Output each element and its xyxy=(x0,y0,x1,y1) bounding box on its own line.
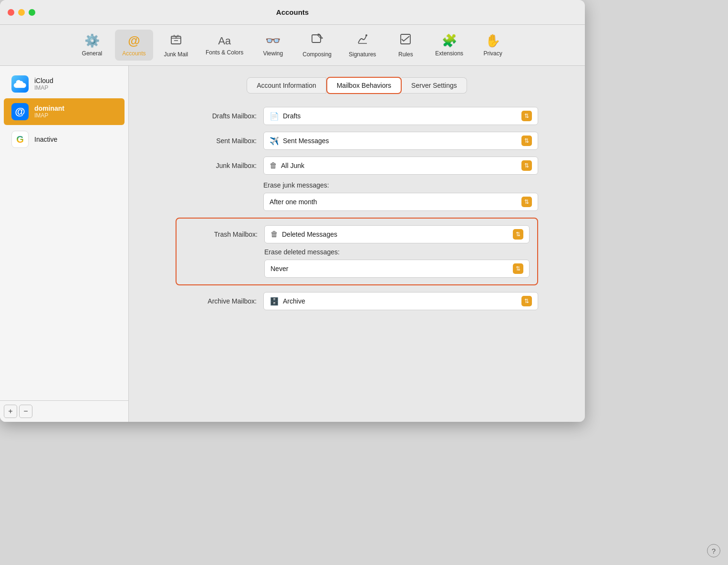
dominant-avatar: @ xyxy=(11,103,29,120)
toolbar-composing[interactable]: Composing xyxy=(296,29,338,62)
tab-server-settings[interactable]: Server Settings xyxy=(402,77,467,94)
erase-junk-control: After one month ⇅ xyxy=(176,193,538,211)
toolbar-signatures[interactable]: Signatures xyxy=(342,29,383,62)
drafts-label: Drafts Mailbox: xyxy=(176,112,257,120)
sent-control: ✈️ Sent Messages ⇅ xyxy=(263,132,538,150)
window-title: Accounts xyxy=(276,8,309,16)
tab-mailbox-behaviors[interactable]: Mailbox Behaviors xyxy=(326,77,402,94)
drafts-select[interactable]: 📄 Drafts ⇅ xyxy=(263,107,538,125)
trash-row: Trash Mailbox: 🗑 Deleted Messages ⇅ xyxy=(177,225,530,243)
sidebar-item-dominant[interactable]: @ dominant IMAP xyxy=(4,98,125,125)
mailbox-behaviors-form: Drafts Mailbox: 📄 Drafts ⇅ Sent Mailbox: xyxy=(176,107,538,310)
rules-icon xyxy=(399,32,412,49)
erase-deleted-label: Erase deleted messages: xyxy=(177,248,530,256)
erase-deleted-value: Never xyxy=(270,265,288,272)
add-account-button[interactable]: + xyxy=(4,405,17,418)
trash-arrow: ⇅ xyxy=(513,229,523,240)
accounts-icon: @ xyxy=(128,33,140,48)
toolbar-accounts[interactable]: @ Accounts xyxy=(115,30,153,61)
archive-select[interactable]: 🗄️ Archive ⇅ xyxy=(263,292,538,310)
titlebar: Accounts xyxy=(0,0,585,25)
tab-account-information[interactable]: Account Information xyxy=(247,77,326,94)
svg-point-9 xyxy=(365,34,367,36)
tab-bar: Account Information Mailbox Behaviors Se… xyxy=(144,77,570,94)
sidebar-footer: + − xyxy=(0,400,128,422)
archive-icon: 🗄️ xyxy=(270,297,279,306)
erase-deleted-arrow: ⇅ xyxy=(513,263,523,274)
junk-icon: 🗑 xyxy=(270,161,277,170)
toolbar-rules[interactable]: Rules xyxy=(386,29,425,62)
toolbar: ⚙️ General @ Accounts ✕ Junk Mail Aa Fon… xyxy=(0,25,585,66)
junk-label: Junk Mailbox: xyxy=(176,162,257,169)
erase-junk-select[interactable]: After one month ⇅ xyxy=(263,193,538,211)
main-content: iCloud IMAP @ dominant IMAP G Inactive xyxy=(0,66,585,422)
sent-icon: ✈️ xyxy=(270,136,279,146)
fonts-colors-label: Fonts & Colors xyxy=(206,49,243,56)
sidebar: iCloud IMAP @ dominant IMAP G Inactive xyxy=(0,66,129,422)
content-area: Account Information Mailbox Behaviors Se… xyxy=(129,66,585,422)
remove-account-button[interactable]: − xyxy=(19,405,32,418)
composing-label: Composing xyxy=(302,51,332,58)
drafts-control: 📄 Drafts ⇅ xyxy=(263,107,538,125)
erase-junk-label: Erase junk messages: xyxy=(176,181,538,189)
sent-row: Sent Mailbox: ✈️ Sent Messages ⇅ xyxy=(176,132,538,150)
signatures-icon xyxy=(356,32,369,49)
toolbar-general[interactable]: ⚙️ General xyxy=(73,30,111,61)
toolbar-viewing[interactable]: 👓 Viewing xyxy=(254,30,292,61)
window-controls xyxy=(8,9,35,16)
sent-value: Sent Messages xyxy=(283,137,329,145)
privacy-icon: ✋ xyxy=(485,33,500,48)
drafts-value: Drafts xyxy=(283,112,301,120)
archive-label: Archive Mailbox: xyxy=(176,297,257,305)
toolbar-junk-mail[interactable]: ✕ Junk Mail xyxy=(157,29,195,62)
junk-control: 🗑 All Junk ⇅ xyxy=(263,157,538,175)
sidebar-item-inactive[interactable]: G Inactive xyxy=(4,126,125,153)
viewing-label: Viewing xyxy=(263,50,283,57)
trash-label: Trash Mailbox: xyxy=(177,230,258,238)
icloud-avatar xyxy=(11,75,29,93)
archive-row: Archive Mailbox: 🗄️ Archive ⇅ xyxy=(176,292,538,310)
drafts-icon: 📄 xyxy=(270,112,279,121)
trash-select[interactable]: 🗑 Deleted Messages ⇅ xyxy=(264,225,530,243)
junk-value: All Junk xyxy=(281,162,304,169)
junk-select[interactable]: 🗑 All Junk ⇅ xyxy=(263,157,538,175)
viewing-icon: 👓 xyxy=(265,33,281,48)
dominant-name: dominant xyxy=(34,105,64,112)
sidebar-item-icloud[interactable]: iCloud IMAP xyxy=(4,71,125,97)
drafts-row: Drafts Mailbox: 📄 Drafts ⇅ xyxy=(176,107,538,125)
inactive-avatar: G xyxy=(11,131,29,148)
toolbar-fonts-colors[interactable]: Aa Fonts & Colors xyxy=(199,31,250,60)
fonts-colors-icon: Aa xyxy=(218,35,231,47)
drafts-arrow: ⇅ xyxy=(521,111,532,121)
erase-deleted-control: Never ⇅ xyxy=(177,260,530,278)
trash-control: 🗑 Deleted Messages ⇅ xyxy=(264,225,530,243)
inactive-info: Inactive xyxy=(34,136,57,143)
sent-label: Sent Mailbox: xyxy=(176,137,257,145)
erase-deleted-select[interactable]: Never ⇅ xyxy=(264,260,530,278)
svg-text:✕: ✕ xyxy=(174,36,177,40)
icloud-info: iCloud IMAP xyxy=(34,77,53,91)
extensions-label: Extensions xyxy=(435,50,463,57)
trash-icon: 🗑 xyxy=(270,230,278,239)
signatures-label: Signatures xyxy=(349,51,376,58)
sent-arrow: ⇅ xyxy=(521,136,532,146)
dominant-type: IMAP xyxy=(34,112,64,119)
icloud-type: IMAP xyxy=(34,84,53,91)
sent-select[interactable]: ✈️ Sent Messages ⇅ xyxy=(263,132,538,150)
maximize-button[interactable] xyxy=(29,9,35,16)
junk-mail-icon: ✕ xyxy=(169,32,183,49)
svg-rect-6 xyxy=(312,35,321,42)
toolbar-extensions[interactable]: 🧩 Extensions xyxy=(428,30,470,61)
toolbar-privacy[interactable]: ✋ Privacy xyxy=(474,30,512,61)
general-icon: ⚙️ xyxy=(84,33,100,48)
general-label: General xyxy=(82,50,103,57)
dominant-info: dominant IMAP xyxy=(34,105,64,119)
erase-junk-arrow: ⇅ xyxy=(521,197,532,207)
composing-icon xyxy=(311,32,324,49)
icloud-name: iCloud xyxy=(34,77,53,84)
minimize-button[interactable] xyxy=(18,9,25,16)
close-button[interactable] xyxy=(8,9,14,16)
accounts-label: Accounts xyxy=(122,50,146,57)
trash-value: Deleted Messages xyxy=(282,230,337,238)
accounts-list: iCloud IMAP @ dominant IMAP G Inactive xyxy=(0,66,128,400)
